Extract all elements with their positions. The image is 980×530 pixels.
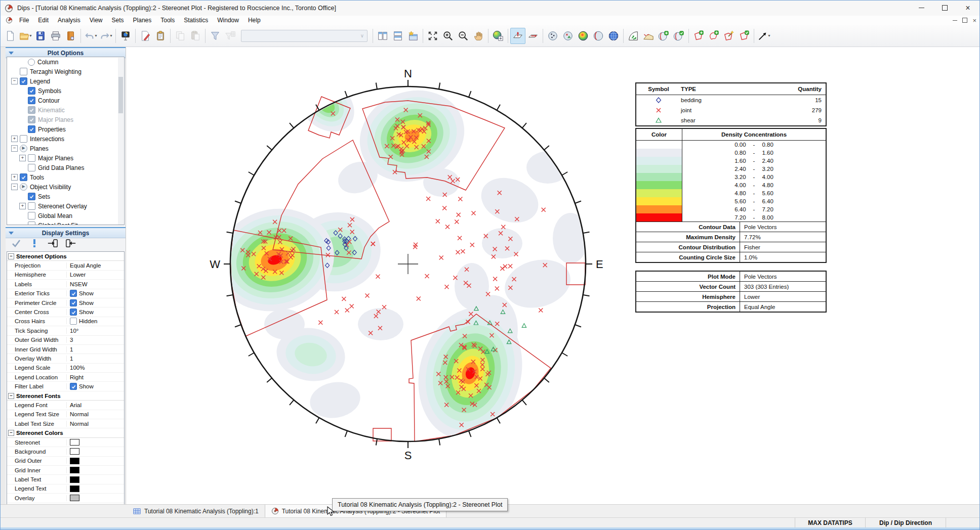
prop-value[interactable] <box>67 495 124 501</box>
prop-value[interactable] <box>67 439 124 446</box>
redo-button[interactable]: ▾ <box>98 28 113 44</box>
checkbox-checked-icon[interactable] <box>28 193 35 200</box>
prop-value[interactable]: Right <box>67 374 124 380</box>
edit-data-button[interactable] <box>138 28 153 44</box>
prop-value[interactable]: Arial <box>67 402 124 408</box>
prop-row-stereonet[interactable]: Stereonet <box>7 438 124 447</box>
add-set-window-button[interactable] <box>691 28 706 44</box>
zoom-in-button[interactable] <box>440 28 456 44</box>
tree-item-global-best-fit[interactable]: Global Best Fit <box>7 220 124 225</box>
dropdown-chevron-icon[interactable]: ▾ <box>29 33 31 38</box>
section-expand-icon[interactable]: − <box>8 393 14 399</box>
prop-checkbox-icon[interactable] <box>70 383 77 390</box>
stereonet-plot-host[interactable]: NSWE <box>126 47 980 506</box>
menu-item-tools[interactable]: Tools <box>156 16 179 25</box>
display-options-button[interactable] <box>118 28 133 44</box>
pole-plot-button[interactable] <box>510 28 525 44</box>
prop-row-grid-inner[interactable]: Grid Inner <box>7 466 124 475</box>
menu-item-view[interactable]: View <box>85 16 107 25</box>
tree-item-major-planes[interactable]: Major Planes <box>7 115 124 124</box>
tree-item-grid-data-planes[interactable]: Grid Data Planes <box>7 163 124 172</box>
prop-value[interactable]: 3 <box>67 337 124 343</box>
prop-value[interactable]: Hidden <box>67 318 124 325</box>
color-swatch[interactable] <box>70 448 79 455</box>
prop-value[interactable]: Equal Angle <box>67 262 124 269</box>
document-tab-1[interactable]: Tutorial 08 Kinematic Analysis (Toppling… <box>127 505 265 517</box>
prop-value[interactable]: Show <box>67 383 124 390</box>
prop-row-overlay-width[interactable]: Overlay Width1 <box>7 354 124 363</box>
prop-row-legend-location[interactable]: Legend LocationRight <box>7 373 124 382</box>
prop-row-cross-hairs[interactable]: Cross HairsHidden <box>7 317 124 326</box>
checkbox-unchecked-icon[interactable] <box>28 212 35 219</box>
tree-item-properties[interactable]: Properties <box>7 124 124 134</box>
zoom-extents-button[interactable] <box>425 28 440 44</box>
expand-arrow-icon[interactable]: ▶ <box>20 145 27 152</box>
tree-item-object-visibility[interactable]: −▶Object Visibility <box>7 182 124 192</box>
clipboard-button[interactable] <box>153 28 168 44</box>
tree-expand-icon[interactable]: − <box>11 78 18 84</box>
prop-row-exterior-ticks[interactable]: Exterior TicksShow <box>7 289 124 298</box>
tree-item-stereonet-overlay[interactable]: +Stereonet Overlay <box>7 201 124 211</box>
major-planes-button[interactable] <box>591 28 606 44</box>
prop-checkbox-icon[interactable] <box>70 299 77 306</box>
prop-row-legend-text-size[interactable]: Legend Text SizeNormal <box>7 410 124 419</box>
prop-row-grid-outer[interactable]: Grid Outer <box>7 457 124 466</box>
report-generator-button[interactable] <box>63 28 78 44</box>
mdi-minimize-button[interactable] <box>953 20 957 21</box>
section-expand-icon[interactable]: − <box>8 430 14 436</box>
prop-section-stereonet-fonts[interactable]: −Stereonet Fonts <box>7 391 124 401</box>
checkbox-unchecked-icon[interactable] <box>28 222 35 225</box>
dip-vector-plot-button[interactable] <box>525 28 541 44</box>
checkbox-unchecked-icon[interactable] <box>20 135 27 143</box>
prop-row-labels[interactable]: LabelsNSEW <box>7 280 124 289</box>
prop-value[interactable]: 1 <box>67 346 124 352</box>
prop-checkbox-icon[interactable] <box>70 290 77 297</box>
prop-row-label-text-size[interactable]: Label Text SizeNormal <box>7 419 124 428</box>
prop-checkbox-icon[interactable] <box>70 308 77 316</box>
prop-value[interactable]: 100% <box>67 365 124 371</box>
prop-row-center-cross[interactable]: Center CrossShow <box>7 307 124 317</box>
rosette-plot-button[interactable] <box>606 28 621 44</box>
checkbox-unchecked-icon[interactable] <box>28 154 35 162</box>
prop-value[interactable]: Show <box>67 308 124 316</box>
prop-value[interactable] <box>67 458 124 464</box>
scatter-plot-button[interactable] <box>545 28 560 44</box>
open-button[interactable]: ▾ <box>18 28 33 44</box>
color-swatch[interactable] <box>70 495 79 501</box>
expand-arrow-icon[interactable]: ▶ <box>20 183 27 191</box>
tree-expand-icon[interactable]: + <box>11 136 18 142</box>
menu-item-file[interactable]: File <box>15 16 33 25</box>
tree-item-major-planes[interactable]: +Major Planes <box>7 153 124 163</box>
checkbox-unchecked-icon[interactable] <box>20 68 27 75</box>
prop-row-legend-text[interactable]: Legend Text <box>7 484 124 494</box>
prop-value[interactable] <box>67 467 124 473</box>
tree-expand-icon[interactable]: + <box>19 155 26 161</box>
prop-value[interactable]: 1 <box>67 356 124 362</box>
prop-row-outer-grid-width[interactable]: Outer Grid Width3 <box>7 336 124 345</box>
menu-item-window[interactable]: Window <box>213 16 243 25</box>
tree-expand-icon[interactable]: + <box>11 174 18 181</box>
minimize-button[interactable] <box>910 1 933 15</box>
checkbox-checked-icon[interactable] <box>28 97 35 104</box>
menu-item-analysis[interactable]: Analysis <box>53 16 85 25</box>
restore-button[interactable] <box>933 1 956 15</box>
prop-value[interactable]: 10° <box>67 328 124 334</box>
tree-item-tools[interactable]: +Tools <box>7 172 124 182</box>
dropdown-chevron-icon[interactable]: ▾ <box>768 33 770 38</box>
prop-section-stereonet-colors[interactable]: −Stereonet Colors <box>7 428 124 437</box>
checkbox-checked-icon[interactable] <box>28 116 35 123</box>
prop-row-legend-scale[interactable]: Legend Scale100% <box>7 364 124 373</box>
mdi-close-button[interactable]: × <box>972 17 976 24</box>
export-settings-button[interactable] <box>47 239 58 250</box>
prop-row-projection[interactable]: ProjectionEqual Angle <box>7 261 124 270</box>
undo-button[interactable]: ▾ <box>83 28 98 44</box>
edit-planes-button[interactable] <box>671 28 686 44</box>
kinematic-analysis-button[interactable] <box>626 28 641 44</box>
dropdown-chevron-icon[interactable]: ▾ <box>110 33 112 38</box>
tree-item-column[interactable]: Column <box>7 57 124 67</box>
tree-item-intersections[interactable]: +Intersections <box>7 134 124 144</box>
tree-expand-icon[interactable]: − <box>11 184 18 190</box>
prop-row-hemisphere[interactable]: HemisphereLower <box>7 271 124 280</box>
tree-expand-icon[interactable]: + <box>19 203 26 209</box>
close-button[interactable]: × <box>956 1 979 15</box>
